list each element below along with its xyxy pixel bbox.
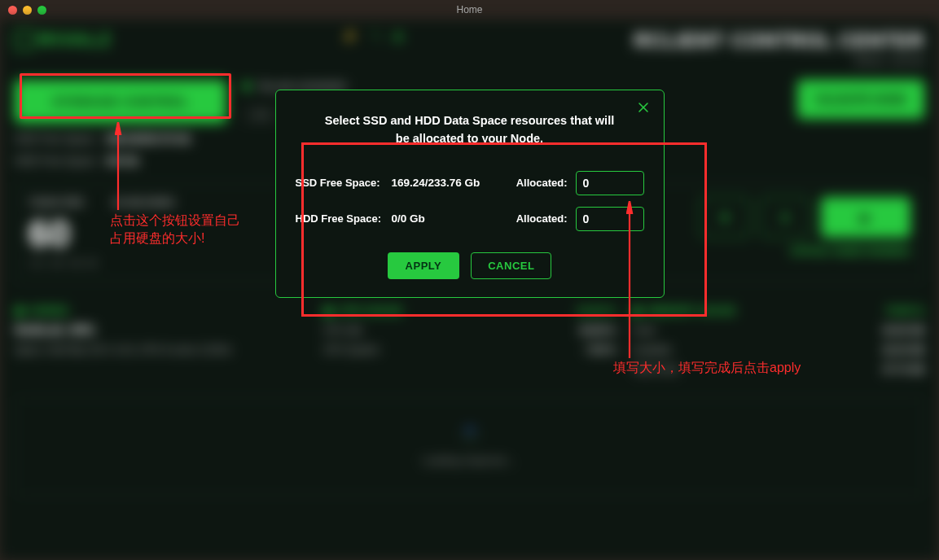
ssd-allocated-input[interactable] [576,171,644,195]
modal-close-button[interactable] [638,102,649,116]
storage-allocation-modal: Select SSD and HDD Data Space resources … [275,90,665,298]
window-minimize-button[interactable] [23,6,32,15]
modal-hdd-alloc-label: Allocated: [516,212,568,225]
traffic-lights [8,6,46,15]
modal-hdd-label: HDD Free Space: [296,212,384,225]
modal-ssd-alloc-label: Allocated: [516,177,568,189]
modal-ssd-value: 169.24/233.76 Gb [392,177,504,189]
window-title: Home [456,4,482,15]
close-icon [638,102,649,113]
modal-overlay: Select SSD and HDD Data Space resources … [0,20,939,560]
window-maximize-button[interactable] [37,6,46,15]
window-close-button[interactable] [8,6,17,15]
window-titlebar: Home [0,0,939,20]
modal-title: Select SSD and HDD Data Space resources … [296,105,644,160]
hdd-allocated-input[interactable] [576,207,644,231]
modal-ssd-label: SSD Free Space: [296,177,384,189]
cancel-button[interactable]: CANCEL [471,252,551,279]
modal-hdd-value: 0/0 Gb [392,212,504,225]
apply-button[interactable]: APPLY [388,252,460,279]
